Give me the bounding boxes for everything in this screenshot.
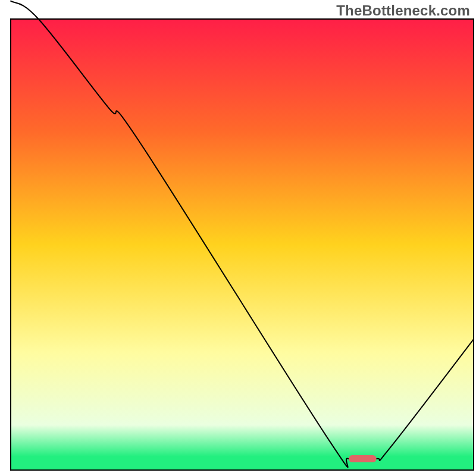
watermark-label: TheBottleneck.com xyxy=(336,2,470,19)
plot-background xyxy=(11,19,474,470)
chart-canvas xyxy=(0,0,476,476)
optimal-range-marker xyxy=(349,455,377,462)
bottleneck-chart: TheBottleneck.com xyxy=(0,0,476,476)
